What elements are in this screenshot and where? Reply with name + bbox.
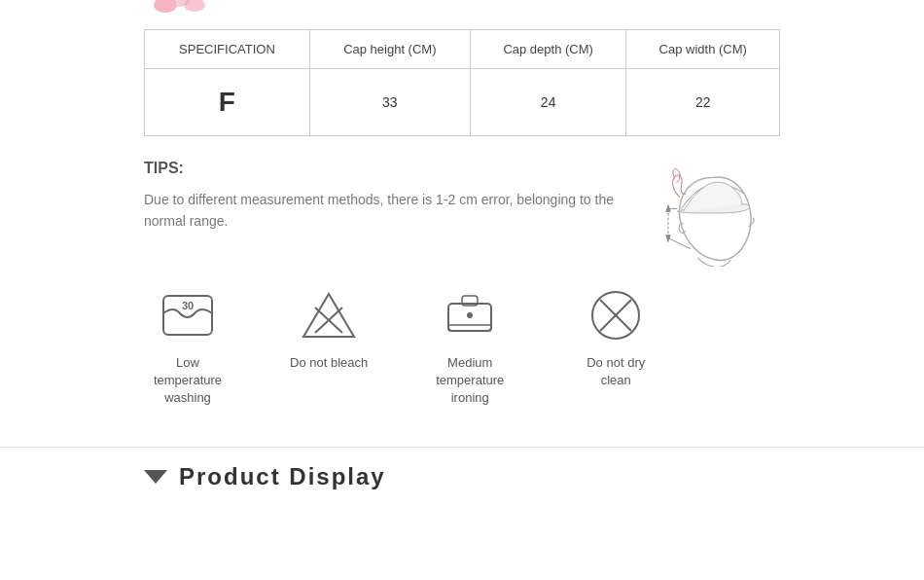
care-label-dryclean: Do not dry clean bbox=[572, 354, 659, 389]
svg-marker-7 bbox=[666, 236, 670, 241]
care-section: 30 Low temperature washing Do not bleach bbox=[0, 286, 924, 408]
spec-value-depth: 24 bbox=[470, 69, 626, 136]
wash-30-icon: 30 bbox=[159, 286, 217, 344]
svg-marker-10 bbox=[303, 294, 354, 337]
svg-point-16 bbox=[467, 312, 473, 318]
svg-point-2 bbox=[184, 0, 205, 12]
top-decoration-area bbox=[0, 0, 924, 19]
pink-flower-decoration bbox=[151, 0, 209, 19]
spec-header-cap-depth: Cap depth (CM) bbox=[470, 30, 626, 69]
product-display-header: Product Display bbox=[0, 448, 924, 506]
care-item-wash: 30 Low temperature washing bbox=[144, 286, 231, 408]
svg-text:30: 30 bbox=[182, 300, 194, 311]
spec-header-cap-height: Cap height (CM) bbox=[309, 30, 470, 69]
spec-value-height: 33 bbox=[309, 69, 470, 136]
product-display-section: Product Display bbox=[0, 447, 924, 506]
care-label-iron: Medium temperature ironing bbox=[426, 354, 514, 408]
chevron-down-icon bbox=[144, 470, 167, 484]
head-measurement-illustration bbox=[663, 160, 780, 267]
spec-value-size: F bbox=[145, 69, 310, 136]
svg-marker-6 bbox=[666, 206, 670, 212]
care-item-dryclean: Do not dry clean bbox=[572, 286, 659, 408]
care-label-bleach: Do not bleach bbox=[290, 354, 368, 372]
care-item-bleach: Do not bleach bbox=[290, 286, 368, 408]
spec-value-width: 22 bbox=[626, 69, 780, 136]
no-bleach-icon bbox=[300, 286, 358, 344]
no-dryclean-icon bbox=[586, 286, 645, 344]
spec-table-container: SPECIFICATION Cap height (CM) Cap depth … bbox=[0, 29, 924, 136]
spec-header-cap-width: Cap width (CM) bbox=[626, 30, 780, 69]
care-label-wash: Low temperature washing bbox=[144, 354, 231, 408]
iron-medium-icon bbox=[441, 286, 499, 344]
care-item-iron: Medium temperature ironing bbox=[426, 286, 514, 408]
spec-table: SPECIFICATION Cap height (CM) Cap depth … bbox=[144, 29, 780, 136]
tips-description: Due to different measurement methods, th… bbox=[144, 189, 644, 233]
product-display-title: Product Display bbox=[179, 463, 386, 490]
spec-header-specification: SPECIFICATION bbox=[145, 30, 310, 69]
tips-section: TIPS: Due to different measurement metho… bbox=[0, 160, 924, 267]
page-container: SPECIFICATION Cap height (CM) Cap depth … bbox=[0, 0, 924, 506]
tips-label: TIPS: bbox=[144, 160, 644, 177]
tips-text-container: TIPS: Due to different measurement metho… bbox=[144, 160, 644, 233]
